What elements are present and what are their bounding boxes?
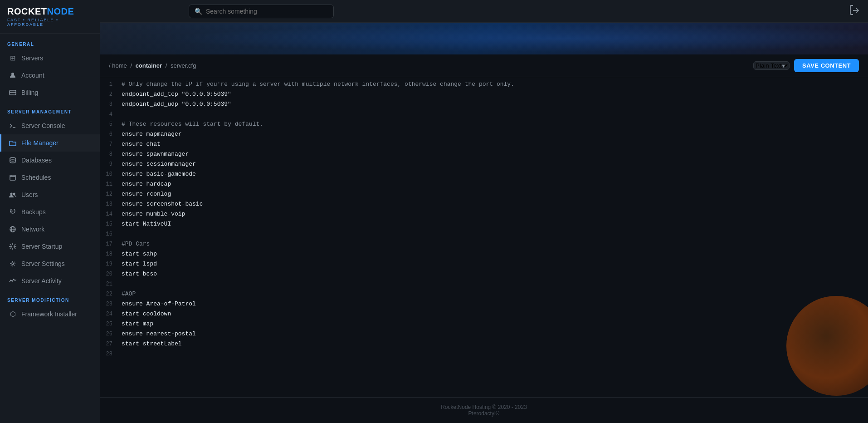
sidebar-item-label: File Manager bbox=[21, 139, 59, 147]
footer-copyright: RocketNode Hosting © 2020 - 2023 bbox=[106, 404, 862, 410]
sidebar-item-server-activity[interactable]: Server Activity bbox=[0, 272, 100, 290]
line-number: 28 bbox=[100, 350, 120, 357]
framework-icon: ⬡ bbox=[9, 310, 17, 318]
line-number: 27 bbox=[100, 340, 120, 347]
line-content: start streetLabel bbox=[120, 340, 182, 347]
svg-point-4 bbox=[10, 157, 15, 159]
line-number: 12 bbox=[100, 191, 120, 197]
line-content: # Only change the IP if you're using a s… bbox=[120, 81, 514, 88]
line-content: ensure rconlog bbox=[120, 191, 171, 197]
editor-toolbar: / home / container / server.cfg Plain Te… bbox=[100, 54, 868, 77]
line-number: 1 bbox=[100, 81, 120, 88]
code-line: 1# Only change the IP if you're using a … bbox=[100, 81, 868, 91]
line-content: endpoint_add_tcp "0.0.0.0:5039" bbox=[120, 91, 231, 98]
line-content: #PD Cars bbox=[120, 241, 150, 247]
main-content: 🔍 / home / container / server.cfg bbox=[100, 0, 868, 423]
line-content: ensure spawnmanager bbox=[120, 151, 189, 157]
line-number: 9 bbox=[100, 161, 120, 167]
editor-area: / home / container / server.cfg Plain Te… bbox=[100, 54, 868, 423]
footer: RocketNode Hosting © 2020 - 2023 Pteroda… bbox=[100, 397, 868, 423]
sidebar-item-users[interactable]: Users bbox=[0, 186, 100, 203]
sidebar-item-label: Billing bbox=[21, 89, 38, 96]
code-line: 9ensure sessionmanager bbox=[100, 161, 868, 171]
logout-button[interactable] bbox=[847, 3, 861, 19]
search-bar[interactable]: 🔍 bbox=[189, 5, 334, 18]
sidebar-item-label: Users bbox=[21, 191, 38, 198]
code-editor[interactable]: 1# Only change the IP if you're using a … bbox=[100, 77, 868, 397]
svg-point-22 bbox=[12, 263, 14, 265]
sidebar-item-billing[interactable]: Billing bbox=[0, 84, 100, 101]
sidebar-item-label: Network bbox=[21, 226, 44, 233]
line-content: endpoint_add_udp "0.0.0.0:5039" bbox=[120, 101, 231, 108]
sidebar-item-server-startup[interactable]: Server Startup bbox=[0, 238, 100, 255]
svg-rect-5 bbox=[10, 175, 15, 180]
sidebar-item-label: Framework Installer bbox=[21, 310, 77, 318]
code-line: 5# These resources will start by default… bbox=[100, 121, 868, 131]
code-line: 17#PD Cars bbox=[100, 241, 868, 251]
sidebar-item-servers[interactable]: ⊞ Servers bbox=[0, 49, 100, 67]
code-line: 20start bcso bbox=[100, 271, 868, 280]
footer-powered-by: Pterodactyl® bbox=[106, 410, 862, 417]
sidebar-item-file-manager[interactable]: File Manager bbox=[0, 134, 100, 152]
sidebar-item-schedules[interactable]: Schedules bbox=[0, 169, 100, 186]
backup-icon bbox=[9, 208, 17, 216]
users-icon bbox=[9, 191, 17, 199]
line-number: 10 bbox=[100, 171, 120, 177]
sidebar-item-label: Server Startup bbox=[21, 243, 62, 250]
line-content: start lspd bbox=[120, 261, 157, 267]
sidebar-item-backups[interactable]: Backups bbox=[0, 203, 100, 221]
line-content: ensure mumble-voip bbox=[120, 211, 185, 217]
sidebar-item-label: Account bbox=[21, 72, 44, 79]
code-line: 8ensure spawnmanager bbox=[100, 151, 868, 161]
line-number: 16 bbox=[100, 231, 120, 237]
line-number: 13 bbox=[100, 201, 120, 207]
code-line: 24start cooldown bbox=[100, 310, 868, 320]
code-line: 21 bbox=[100, 280, 868, 290]
code-line: 11ensure hardcap bbox=[100, 181, 868, 191]
code-line: 2endpoint_add_tcp "0.0.0.0:5039" bbox=[100, 91, 868, 101]
language-selector-wrapper: Plain Text Lua JSON YAML ▼ bbox=[753, 61, 790, 70]
line-content: #AOP bbox=[120, 290, 136, 297]
line-content: # These resources will start by default. bbox=[120, 121, 263, 128]
line-number: 15 bbox=[100, 221, 120, 227]
account-icon bbox=[9, 71, 17, 79]
sidebar: ROCKETNODE FAST • RELIABLE • AFFORDABLE … bbox=[0, 0, 100, 423]
network-icon bbox=[9, 225, 17, 233]
sidebar-item-databases[interactable]: Databases bbox=[0, 152, 100, 169]
sidebar-item-server-console[interactable]: Server Console bbox=[0, 117, 100, 134]
line-number: 6 bbox=[100, 131, 120, 138]
language-selector[interactable]: Plain Text Lua JSON YAML bbox=[753, 61, 790, 70]
header: 🔍 bbox=[100, 0, 868, 23]
logo-tagline: FAST • RELIABLE • AFFORDABLE bbox=[7, 18, 93, 27]
line-number: 21 bbox=[100, 280, 120, 287]
svg-line-21 bbox=[10, 247, 11, 249]
code-line: 15start NativeUI bbox=[100, 221, 868, 231]
svg-line-19 bbox=[14, 247, 15, 249]
search-input[interactable] bbox=[206, 8, 328, 15]
save-content-button[interactable]: SAVE CONTENT bbox=[794, 59, 859, 72]
line-number: 23 bbox=[100, 300, 120, 307]
sidebar-item-server-settings[interactable]: Server Settings bbox=[0, 255, 100, 272]
line-number: 8 bbox=[100, 151, 120, 157]
sidebar-item-account[interactable]: Account bbox=[0, 67, 100, 84]
sidebar-item-framework-installer[interactable]: ⬡ Framework Installer bbox=[0, 305, 100, 323]
line-content: ensure hardcap bbox=[120, 181, 171, 187]
search-icon: 🔍 bbox=[195, 8, 202, 15]
code-line: 27start streetLabel bbox=[100, 340, 868, 350]
sidebar-item-label: Server Activity bbox=[21, 277, 62, 285]
line-content: ensure nearest-postal bbox=[120, 330, 196, 337]
sidebar-item-label: Server Settings bbox=[21, 260, 65, 267]
code-line: 6ensure mapmanager bbox=[100, 131, 868, 141]
sidebar-item-label: Schedules bbox=[21, 174, 51, 181]
activity-icon bbox=[9, 277, 17, 285]
line-number: 26 bbox=[100, 330, 120, 337]
line-number: 22 bbox=[100, 290, 120, 297]
line-number: 11 bbox=[100, 181, 120, 187]
sidebar-item-network[interactable]: Network bbox=[0, 221, 100, 238]
code-line: 12ensure rconlog bbox=[100, 191, 868, 201]
code-line: 14ensure mumble-voip bbox=[100, 211, 868, 221]
code-line: 4 bbox=[100, 111, 868, 121]
breadcrumb-container: container bbox=[136, 62, 162, 69]
line-content: start bcso bbox=[120, 271, 157, 277]
line-number: 2 bbox=[100, 91, 120, 98]
